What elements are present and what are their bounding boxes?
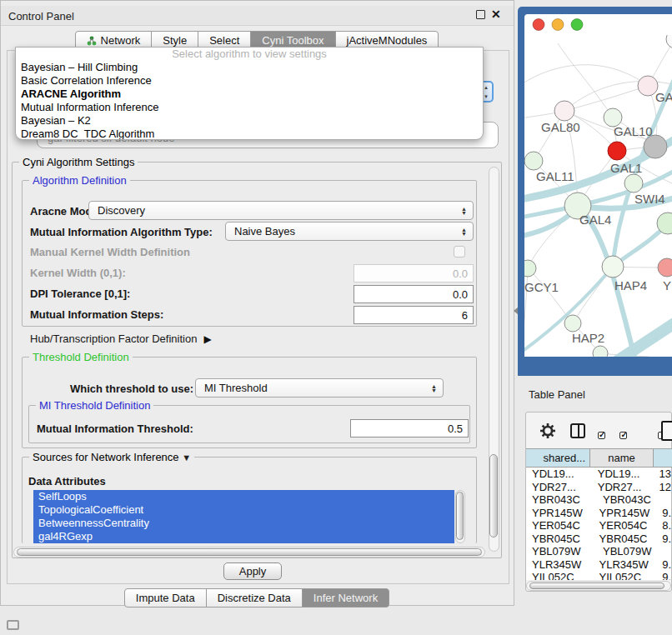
table-header-row: shared... name: [526, 448, 672, 468]
cell-value: 12: [655, 481, 671, 494]
node-swi4[interactable]: [624, 174, 643, 192]
mi-steps-field[interactable]: 6: [354, 306, 474, 324]
algorithm-option-aracne[interactable]: ARACNE Algorithm: [16, 88, 483, 101]
minimize-window-icon[interactable]: [552, 19, 564, 31]
table-row[interactable]: YDR27...YDR27...12: [526, 481, 671, 494]
table-row[interactable]: YPR145WYPR145W9.: [526, 507, 671, 520]
window-traffic-lights: [530, 17, 585, 32]
node-unlabeled-top[interactable]: [666, 35, 672, 48]
tab-impute-data[interactable]: Impute Data: [124, 588, 207, 608]
algorithm-option-bayesian-k2[interactable]: Bayesian – K2: [16, 114, 483, 128]
select-all-checkbox-icon-2[interactable]: [619, 432, 627, 439]
network-node-labels: GAL GAL80 GAL10 GAL1 GAL11 SWI4 GAL4 GCY…: [524, 90, 672, 345]
cyni-algorithm-settings-title: Cyni Algorithm Settings: [19, 156, 138, 168]
settings-vertical-scrollbar-thumb[interactable]: [489, 454, 498, 538]
table-row[interactable]: YER054CYER054C8.: [526, 519, 671, 532]
apply-button[interactable]: Apply: [223, 562, 282, 580]
list-item-selfloops[interactable]: SelfLoops: [33, 490, 454, 503]
node-hap4[interactable]: [602, 256, 624, 278]
table-row[interactable]: YLR345WYLR345W9.: [526, 558, 671, 572]
expander-collapsed-icon: ▶: [203, 333, 211, 345]
bottom-tabbar: Impute Data Discretize Data Infer Networ…: [1, 588, 514, 608]
table-row[interactable]: YBR043CYBR043C: [526, 493, 671, 507]
mi-type-label: Mutual Information Algorithm Type:: [30, 226, 213, 238]
network-graph-canvas[interactable]: GAL GAL80 GAL10 GAL1 GAL11 SWI4 GAL4 GCY…: [524, 35, 672, 357]
column-header-partial[interactable]: [654, 449, 672, 467]
manual-kernel-checkbox[interactable]: [454, 246, 465, 258]
mi-type-value: Naive Bayes: [226, 225, 458, 238]
which-threshold-label: Which threshold to use:: [70, 382, 193, 395]
kernel-width-label: Kernel Width (0,1):: [30, 267, 126, 279]
tab-infer-network[interactable]: Infer Network: [302, 588, 389, 608]
node-salmon[interactable]: [658, 258, 672, 277]
aracne-mode-combobox[interactable]: Discovery ▲▼: [88, 201, 474, 220]
zoom-window-icon[interactable]: [571, 19, 583, 31]
list-item-betweennesscentrality[interactable]: BetweennessCentrality: [33, 517, 454, 530]
table-horizontal-scrollbar-thumb[interactable]: [529, 582, 664, 589]
column-header-shared-name[interactable]: shared...: [526, 449, 590, 467]
cell-name: YLR345W: [592, 558, 659, 572]
algorithm-option-mutual-information[interactable]: Mutual Information Inference: [16, 101, 483, 114]
cell-shared-name: YBR043C: [526, 493, 595, 507]
cell-shared-name: YER054C: [526, 519, 592, 532]
select-all-checkbox-icon[interactable]: [598, 432, 605, 439]
cell-name: YDL19...: [590, 468, 655, 481]
table-settings-gear-icon[interactable]: [539, 422, 556, 439]
cell-shared-name: YBR045C: [526, 532, 592, 546]
float-panel-icon[interactable]: [476, 10, 485, 19]
tab-select-label: Select: [209, 34, 239, 47]
node-unlabeled-bottom[interactable]: [593, 346, 608, 357]
hub-definition-expander[interactable]: Hub/Transcription Factor Definition ▶: [30, 332, 212, 345]
cell-name: YBL079W: [595, 545, 665, 558]
settings-horizontal-scrollbar-thumb[interactable]: [17, 548, 482, 556]
attributes-list-scrollbar-thumb[interactable]: [456, 492, 464, 540]
tab-impute-data-label: Impute Data: [136, 592, 195, 604]
tab-jactivemnodules-label: jActiveMNodules: [347, 34, 428, 47]
mi-threshold-field[interactable]: 0.5: [350, 419, 469, 438]
combo-arrows-icon: ▲▼: [428, 384, 443, 392]
table-row[interactable]: YIL052CYIL052C9.: [526, 571, 671, 580]
sources-group-title[interactable]: Sources for Network Inference ▼: [29, 451, 194, 463]
table-file-icon[interactable]: [661, 421, 672, 441]
which-threshold-combobox[interactable]: MI Threshold ▲▼: [195, 378, 444, 398]
node-gcy1[interactable]: [524, 260, 536, 277]
collapsed-panel-button[interactable]: [7, 620, 19, 630]
close-panel-icon[interactable]: ✕: [491, 8, 501, 21]
node-hap2[interactable]: [564, 315, 581, 332]
cell-value: [665, 493, 669, 507]
table-body: YDL19...YDL19...13 YDR27...YDR27...12 YB…: [526, 468, 671, 580]
algorithm-option-bayesian-hill-climbing[interactable]: Bayesian – Hill Climbing: [16, 61, 483, 74]
cell-shared-name: YDR27...: [526, 481, 590, 494]
cell-shared-name: YBL079W: [526, 545, 595, 558]
table-row[interactable]: YDL19...YDL19...13: [526, 468, 671, 481]
tab-discretize-data[interactable]: Discretize Data: [206, 588, 303, 608]
cell-shared-name: YLR345W: [526, 558, 592, 572]
node-gal11[interactable]: [524, 152, 543, 170]
mi-type-combobox[interactable]: Naive Bayes ▲▼: [225, 222, 474, 241]
table-columns-icon[interactable]: [570, 423, 585, 438]
combo-arrows-icon: ▲▼: [458, 207, 473, 215]
table-row[interactable]: YBL079WYBL079W: [526, 545, 671, 558]
close-window-icon[interactable]: [533, 19, 544, 31]
tab-infer-network-label: Infer Network: [313, 592, 378, 604]
list-item-gal4rgexp[interactable]: gal4RGexp: [33, 530, 454, 543]
tab-network-label: Network: [101, 34, 141, 47]
algorithm-option-dream8[interactable]: Dream8 DC_TDC Algorithm: [16, 128, 483, 140]
dpi-tolerance-field[interactable]: 0.0: [354, 285, 474, 303]
list-item-topologicalcoefficient[interactable]: TopologicalCoefficient: [33, 503, 454, 517]
node-unlabeled-gray[interactable]: [644, 135, 667, 158]
cell-name: YBR043C: [595, 493, 665, 507]
manual-kernel-label: Manual Kernel Width Definition: [30, 246, 190, 258]
table-row[interactable]: YBR045CYBR045C9.: [526, 532, 671, 546]
algorithm-option-basic-correlation[interactable]: Basic Correlation Inference: [16, 74, 483, 88]
column-header-name[interactable]: name: [590, 449, 654, 467]
node-gal1-selected[interactable]: [608, 142, 626, 160]
cell-shared-name: YPR145W: [526, 507, 592, 520]
kernel-width-field[interactable]: 0.0: [354, 264, 474, 282]
cell-value: 8.: [658, 519, 671, 532]
cell-value: 9.: [658, 558, 671, 572]
data-attributes-list[interactable]: SelfLoops TopologicalCoefficient Between…: [33, 490, 454, 543]
cell-name: YBR045C: [592, 532, 659, 546]
node-gal80[interactable]: [554, 101, 574, 121]
network-icon: [87, 36, 97, 46]
